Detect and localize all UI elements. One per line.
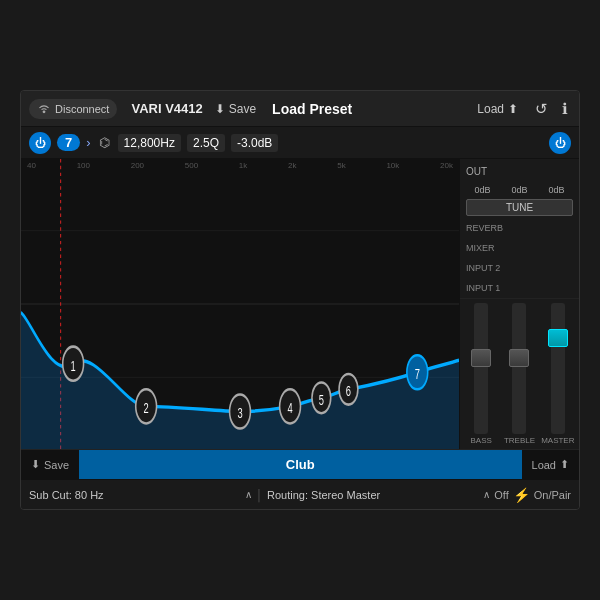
right-panel: OUT 0dB 0dB 0dB TUNE REVERB MIXER INPUT bbox=[459, 159, 579, 449]
svg-text:3: 3 bbox=[237, 404, 242, 422]
master-fader-thumb[interactable] bbox=[548, 329, 568, 347]
save-button-top[interactable]: ⬇ Save bbox=[215, 102, 256, 116]
wifi-icon bbox=[37, 102, 51, 116]
mixer-row: MIXER bbox=[460, 238, 579, 258]
svg-text:6: 6 bbox=[346, 382, 351, 400]
disconnect-button[interactable]: Disconnect bbox=[29, 99, 117, 119]
svg-text:5: 5 bbox=[319, 390, 324, 408]
eq-controls-bar: ⏻ 7 › ⌬ 12,800Hz 2.5Q -3.0dB ⏻ bbox=[21, 127, 579, 159]
master-fader-track[interactable] bbox=[551, 303, 565, 434]
sub-cut-chevron[interactable]: ∧ bbox=[245, 489, 252, 500]
bottom-save-bar: ⬇ Save Club Load ⬆ bbox=[21, 449, 579, 479]
freq-param[interactable]: 12,800Hz bbox=[118, 134, 181, 152]
tune-button[interactable]: TUNE bbox=[466, 199, 573, 216]
treble-fader-thumb[interactable] bbox=[509, 349, 529, 367]
master-fader-column: MASTER bbox=[541, 303, 575, 445]
db-row: 0dB 0dB 0dB bbox=[460, 183, 579, 197]
treble-fader-track[interactable] bbox=[512, 303, 526, 434]
upload-icon-top: ⬆ bbox=[508, 102, 518, 116]
download-icon-bottom: ⬇ bbox=[31, 458, 40, 471]
disconnect-label: Disconnect bbox=[55, 103, 109, 115]
power-button-right[interactable]: ⏻ bbox=[549, 132, 571, 154]
info-button[interactable]: ℹ bbox=[559, 97, 571, 121]
tune-label: TUNE bbox=[506, 202, 533, 213]
input1-label: INPUT 1 bbox=[466, 283, 510, 293]
download-icon: ⬇ bbox=[215, 102, 225, 116]
history-icon: ↺ bbox=[535, 100, 548, 117]
sub-cut-text: Sub Cut: 80 Hz bbox=[29, 489, 241, 501]
input2-label: INPUT 2 bbox=[466, 263, 510, 273]
treble-fader-label: TREBLE bbox=[504, 436, 535, 445]
out-label: OUT bbox=[466, 166, 506, 177]
out-row: OUT bbox=[460, 159, 579, 183]
load-label-bottom: Load bbox=[532, 459, 556, 471]
off-label: Off bbox=[494, 489, 508, 501]
band-arrow-right[interactable]: › bbox=[86, 135, 90, 150]
save-label-bottom: Save bbox=[44, 459, 69, 471]
eq-graph-container[interactable]: 40 100 200 500 1k 2k 5k 10k 20k bbox=[21, 159, 459, 449]
bass-fader-column: BASS bbox=[464, 303, 498, 445]
input1-row: INPUT 1 bbox=[460, 278, 579, 298]
input2-row: INPUT 2 bbox=[460, 258, 579, 278]
bluetooth-icon[interactable]: ⚡ bbox=[513, 487, 530, 503]
treble-fader-column: TREBLE bbox=[502, 303, 536, 445]
routing-text: Routing: Stereo Master bbox=[267, 489, 479, 501]
bass-fader-track[interactable] bbox=[474, 303, 488, 434]
filter-icon: ⌬ bbox=[99, 135, 110, 150]
band-number[interactable]: 7 bbox=[57, 134, 80, 151]
main-area: 40 100 200 500 1k 2k 5k 10k 20k bbox=[21, 159, 579, 449]
db-param[interactable]: -3.0dB bbox=[231, 134, 278, 152]
right-top-section: OUT 0dB 0dB 0dB TUNE REVERB MIXER INPUT bbox=[460, 159, 579, 299]
load-button-bottom[interactable]: Load ⬆ bbox=[522, 450, 579, 479]
info-icon: ℹ bbox=[562, 100, 568, 117]
svg-text:2: 2 bbox=[144, 399, 149, 417]
master-fader-label: MASTER bbox=[541, 436, 574, 445]
app-container: Disconnect VARI V4412 ⬇ Save Load Preset… bbox=[20, 90, 580, 510]
db-treble: 0dB bbox=[511, 185, 527, 195]
load-button-top[interactable]: Load ⬆ bbox=[471, 100, 524, 118]
bass-fader-thumb[interactable] bbox=[471, 349, 491, 367]
q-param[interactable]: 2.5Q bbox=[187, 134, 225, 152]
preset-name[interactable]: Club bbox=[79, 450, 521, 479]
db-master: 0dB bbox=[548, 185, 564, 195]
history-button[interactable]: ↺ bbox=[532, 97, 551, 121]
device-name: VARI V4412 bbox=[131, 101, 202, 116]
onpair-label: On/Pair bbox=[534, 489, 571, 501]
save-label-top: Save bbox=[229, 102, 256, 116]
eq-graph-svg[interactable]: 1 2 3 4 5 6 7 bbox=[21, 159, 459, 449]
load-label-top: Load bbox=[477, 102, 504, 116]
top-bar: Disconnect VARI V4412 ⬇ Save Load Preset… bbox=[21, 91, 579, 127]
upload-icon-bottom: ⬆ bbox=[560, 458, 569, 471]
svg-text:4: 4 bbox=[287, 399, 292, 417]
bass-fader-label: BASS bbox=[470, 436, 491, 445]
status-bar: Sub Cut: 80 Hz ∧ │ Routing: Stereo Maste… bbox=[21, 479, 579, 509]
save-button-bottom[interactable]: ⬇ Save bbox=[21, 450, 79, 479]
load-preset-label: Load Preset bbox=[272, 101, 463, 117]
reverb-row: REVERB bbox=[460, 218, 579, 238]
svg-text:7: 7 bbox=[415, 365, 420, 383]
reverb-label: REVERB bbox=[466, 223, 510, 233]
status-divider: │ bbox=[256, 489, 263, 501]
power-button-left[interactable]: ⏻ bbox=[29, 132, 51, 154]
mixer-label: MIXER bbox=[466, 243, 510, 253]
db-bass: 0dB bbox=[474, 185, 490, 195]
routing-chevron[interactable]: ∧ bbox=[483, 489, 490, 500]
faders-area: BASS TREBLE MASTER bbox=[460, 299, 579, 449]
svg-point-0 bbox=[43, 110, 46, 113]
svg-text:1: 1 bbox=[71, 356, 76, 374]
